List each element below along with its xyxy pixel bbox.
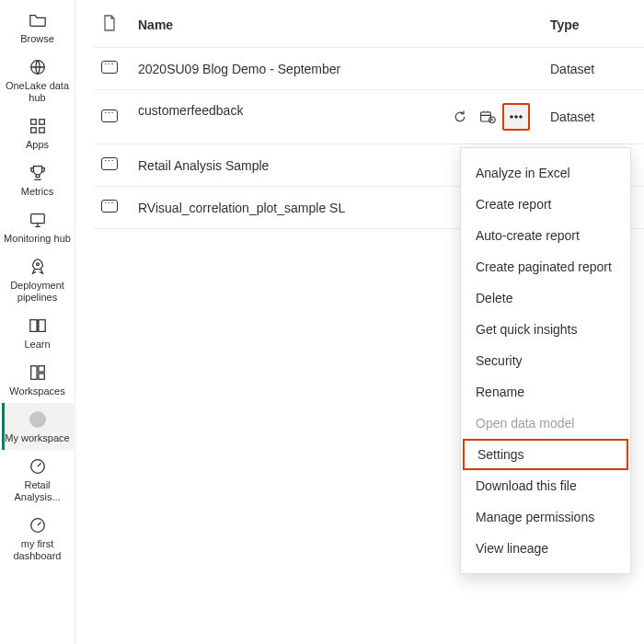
svg-rect-5 — [30, 214, 44, 224]
item-name[interactable]: 2020SU09 Blog Demo - September — [125, 48, 543, 90]
svg-rect-3 — [30, 128, 35, 132]
nav-my-workspace[interactable]: My workspace — [2, 403, 74, 450]
item-type: Dataset — [543, 90, 644, 144]
nav-label: Metrics — [21, 186, 53, 198]
menu-manage-permissions[interactable]: Manage permissions — [461, 501, 630, 533]
nav-browse[interactable]: Browse — [2, 4, 74, 51]
nav-onelake-data-hub[interactable]: OneLake data hub — [2, 51, 74, 109]
menu-create-paginated-report[interactable]: Create paginated report — [461, 251, 630, 282]
table-row[interactable]: 2020SU09 Blog Demo - SeptemberDataset — [94, 48, 644, 90]
nav-deployment-pipelines[interactable]: Deployment pipelines — [2, 250, 74, 309]
svg-point-15 — [515, 116, 518, 119]
menu-security[interactable]: Security — [461, 345, 630, 376]
nav-retail-analysis[interactable]: Retail Analysis... — [2, 450, 74, 509]
column-header-name[interactable]: Name — [125, 0, 543, 48]
nav-label: my first dashboard — [4, 538, 72, 562]
svg-rect-1 — [30, 120, 35, 124]
onelake-icon — [29, 58, 47, 76]
nav-label: Workspaces — [9, 385, 64, 397]
svg-rect-4 — [39, 128, 43, 132]
menu-delete[interactable]: Delete — [461, 282, 630, 314]
nav-label: Monitoring hub — [4, 233, 71, 245]
nav-label: OneLake data hub — [4, 80, 72, 104]
gauge-icon — [29, 457, 47, 476]
schedule-refresh-button[interactable] — [475, 104, 500, 130]
dataset-icon — [94, 187, 125, 229]
trophy-icon — [29, 164, 47, 182]
nav-monitoring-hub[interactable]: Monitoring hub — [2, 203, 74, 250]
menu-open-data-model: Open data model — [461, 408, 630, 439]
nav-my-first-dashboard[interactable]: my first dashboard — [2, 509, 74, 568]
menu-rename[interactable]: Rename — [461, 376, 630, 408]
nav-workspaces[interactable]: Workspaces — [2, 356, 74, 403]
menu-get-quick-insights[interactable]: Get quick insights — [461, 314, 630, 345]
menu-auto-create-report[interactable]: Auto-create report — [461, 220, 630, 251]
nav-label: Browse — [20, 33, 54, 45]
folder-icon — [29, 11, 47, 29]
apps-icon — [29, 117, 47, 135]
nav-metrics[interactable]: Metrics — [2, 156, 74, 203]
avatar — [29, 410, 47, 429]
menu-analyze-in-excel[interactable]: Analyze in Excel — [461, 157, 630, 189]
dataset-icon — [94, 48, 125, 90]
menu-settings[interactable]: Settings — [463, 439, 628, 470]
svg-rect-7 — [30, 366, 36, 380]
column-header-type[interactable]: Type — [543, 0, 644, 48]
menu-download-this-file[interactable]: Download this file — [461, 470, 630, 501]
monitor-icon — [29, 211, 47, 229]
svg-point-14 — [511, 116, 513, 119]
book-icon — [29, 316, 47, 335]
table-row[interactable]: customerfeedbackDataset — [94, 90, 644, 144]
nav-label: Deployment pipelines — [4, 280, 72, 304]
dataset-icon — [94, 90, 125, 144]
workspace-content: Name Type 2020SU09 Blog Demo - September… — [75, 0, 644, 644]
nav-label: Apps — [26, 139, 49, 151]
left-nav: BrowseOneLake data hubAppsMetricsMonitor… — [0, 0, 75, 644]
gauge-icon — [29, 516, 47, 535]
item-name[interactable]: customerfeedback — [125, 90, 543, 144]
rocket-icon — [29, 258, 47, 276]
svg-rect-9 — [38, 374, 43, 379]
item-type: Dataset — [543, 48, 644, 90]
dataset-icon — [94, 144, 125, 187]
nav-label: Learn — [24, 339, 50, 351]
refresh-button[interactable] — [447, 104, 473, 130]
svg-rect-8 — [38, 366, 43, 372]
menu-view-lineage[interactable]: View lineage — [461, 533, 630, 564]
svg-rect-2 — [39, 120, 43, 124]
svg-point-16 — [520, 116, 523, 119]
menu-create-report[interactable]: Create report — [461, 189, 630, 220]
workspaces-icon — [29, 363, 47, 382]
nav-learn[interactable]: Learn — [2, 309, 74, 356]
more-options-button[interactable] — [502, 103, 530, 131]
nav-label: My workspace — [5, 432, 69, 444]
nav-label: Retail Analysis... — [4, 479, 72, 503]
svg-point-6 — [36, 263, 39, 266]
more-options-menu: Analyze in ExcelCreate reportAuto-create… — [460, 147, 631, 574]
nav-apps[interactable]: Apps — [2, 109, 74, 156]
column-header-icon[interactable] — [94, 0, 125, 48]
